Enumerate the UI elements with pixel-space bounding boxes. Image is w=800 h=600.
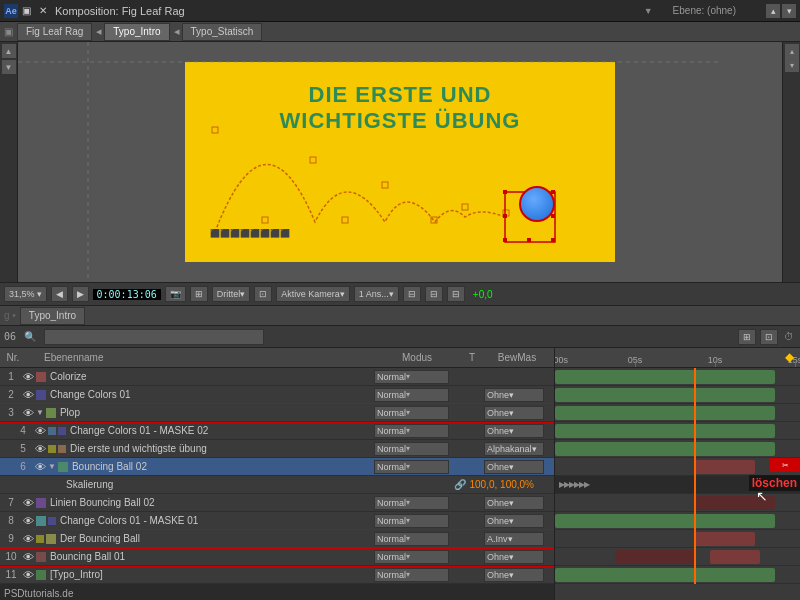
timeline-tab-typo[interactable]: Typo_Intro xyxy=(20,307,85,325)
bewmas-select-3[interactable]: Ohne ▾ xyxy=(484,406,544,420)
expand-tri-6[interactable]: ▼ xyxy=(48,462,56,471)
window-title: Komposition: Fig Leaf Rag xyxy=(55,5,644,17)
layer-nr-4: 4 xyxy=(12,425,34,436)
scroll-up-btn[interactable]: ▴ xyxy=(766,4,780,18)
breadcrumb-arrow2: ◂ xyxy=(174,25,180,38)
next-frame-btn[interactable]: ▶ xyxy=(72,286,89,302)
bewmas-select-10[interactable]: Ohne ▾ xyxy=(484,550,544,564)
tool-btn-1[interactable]: ▲ xyxy=(2,44,16,58)
layer-row[interactable]: 5 👁 Die erste und wichtigste übung Norma… xyxy=(0,440,554,458)
vis-icon-10[interactable]: 👁 xyxy=(22,551,34,563)
modus-select-6[interactable]: Normal ▾ xyxy=(374,460,449,474)
scroll-dn-btn[interactable]: ▾ xyxy=(782,4,796,18)
mask-btn[interactable]: ⊡ xyxy=(254,286,272,302)
track-row-4 xyxy=(555,422,800,440)
search-input[interactable] xyxy=(44,329,264,345)
modus-select-7[interactable]: Normal ▾ xyxy=(374,496,449,510)
layer-row[interactable]: 11 👁 [Typo_Intro] Normal ▾ Ohne xyxy=(0,566,554,584)
expand-tri-3[interactable]: ▼ xyxy=(36,408,44,417)
bewmas-select-11[interactable]: Ohne ▾ xyxy=(484,568,544,582)
layer-row[interactable]: 1 👁 Colorize Normal ▾ xyxy=(0,368,554,386)
bewmas-select-4[interactable]: Ohne ▾ xyxy=(484,424,544,438)
camera-icon-btn[interactable]: 📷 xyxy=(165,286,186,302)
layer-color-2 xyxy=(36,390,46,400)
layer-modus-7: Normal ▾ xyxy=(374,496,464,510)
right-btn-1[interactable]: ▴ xyxy=(785,44,799,58)
modus-select-9[interactable]: Normal ▾ xyxy=(374,532,449,546)
modus-select-3[interactable]: Normal ▾ xyxy=(374,406,449,420)
layer-nr-11: 11 xyxy=(0,569,22,580)
layer-nr-2: 2 xyxy=(0,389,22,400)
track-row-11 xyxy=(555,566,800,584)
vis-icon-9[interactable]: 👁 xyxy=(22,533,34,545)
scale-value: 100,0, 100,0% xyxy=(470,479,535,490)
bewmas-select-8[interactable]: Ohne ▾ xyxy=(484,514,544,528)
layout-btn1[interactable]: ⊟ xyxy=(403,286,421,302)
timecode: 0:00:13:06 xyxy=(93,289,161,300)
vis-icon-11[interactable]: 👁 xyxy=(22,569,34,581)
layer-bewmas-2: Ohne ▾ xyxy=(484,388,554,402)
svg-rect-9 xyxy=(503,190,507,194)
layer-name-7: Linien Bouncing Ball 02 xyxy=(48,497,374,508)
toggle-btn1[interactable]: ⊞ xyxy=(738,329,756,345)
timeline-ruler: 0:00s 05s 10s 15s ◆ xyxy=(555,348,800,368)
menu-item[interactable]: ▣ xyxy=(22,5,31,16)
views-label: 1 Ans... xyxy=(359,289,389,299)
modus-select-2[interactable]: Normal ▾ xyxy=(374,388,449,402)
track-bar-4 xyxy=(555,424,775,438)
vis-icon-3[interactable]: 👁 xyxy=(22,407,34,419)
modus-select-4[interactable]: Normal ▾ xyxy=(374,424,449,438)
bewmas-select-2[interactable]: Ohne ▾ xyxy=(484,388,544,402)
vis-icon-1[interactable]: 👁 xyxy=(22,371,34,383)
modus-select-1[interactable]: Normal ▾ xyxy=(374,370,449,384)
bewmas-select-9[interactable]: A.Inv ▾ xyxy=(484,532,544,546)
layer-row[interactable]: 6 👁 ▼ Bouncing Ball 02 Normal ▾ O xyxy=(0,458,554,476)
vis-icon-5[interactable]: 👁 xyxy=(34,443,46,455)
layer-row[interactable]: 7 👁 Linien Bouncing Ball 02 Normal ▾ Ohn… xyxy=(0,494,554,512)
menu-item2[interactable]: ✕ xyxy=(39,5,47,16)
layer-icon-8 xyxy=(48,517,56,525)
view-mode-dropdown[interactable]: Drittel ▾ xyxy=(212,286,251,302)
camera-dropdown[interactable]: Aktive Kamera ▾ xyxy=(276,286,350,302)
tab-fig-leaf-rag[interactable]: Fig Leaf Rag xyxy=(17,23,92,41)
layer-color-4 xyxy=(48,427,56,435)
layer-row[interactable]: 4 👁 Change Colors 01 - MASKE 02 Normal ▾ xyxy=(0,422,554,440)
layer-row[interactable]: 9 👁 Der Bouncing Ball Normal ▾ A xyxy=(0,530,554,548)
layer-row[interactable]: 10 👁 Bouncing Ball 01 Normal ▾ Ohne xyxy=(0,548,554,566)
vis-icon-4[interactable]: 👁 xyxy=(34,425,46,437)
layer-row[interactable]: 8 👁 Change Colors 01 - MASKE 01 Normal ▾ xyxy=(0,512,554,530)
bewmas-select-5[interactable]: Alphakanal ▾ xyxy=(484,442,544,456)
modus-select-8[interactable]: Normal ▾ xyxy=(374,514,449,528)
vis-icon-2[interactable]: 👁 xyxy=(22,389,34,401)
tab-typo-intro[interactable]: Typo_Intro xyxy=(104,23,169,41)
svg-rect-14 xyxy=(527,238,531,242)
toggle-btn2[interactable]: ⊡ xyxy=(760,329,778,345)
zoom-btn[interactable]: 31,5% ▾ xyxy=(4,286,47,302)
bewmas-select-7[interactable]: Ohne ▾ xyxy=(484,496,544,510)
modus-select-5[interactable]: Normal ▾ xyxy=(374,442,449,456)
vis-icon-8[interactable]: 👁 xyxy=(22,515,34,527)
tab-typo-statisch[interactable]: Typo_Statisch xyxy=(182,23,263,41)
vis-icon-7[interactable]: 👁 xyxy=(22,497,34,509)
layer-modus-6: Normal ▾ xyxy=(374,460,464,474)
grid-btn[interactable]: ⊞ xyxy=(190,286,208,302)
title-bar: Ae ▣ ✕ Komposition: Fig Leaf Rag ▼ Ebene… xyxy=(0,0,800,22)
dropdown-arrow[interactable]: ▼ xyxy=(644,6,653,16)
scale-row: Skalierung 🔗 100,0, 100,0% xyxy=(0,476,554,494)
tool-btn-2[interactable]: ▼ xyxy=(2,60,16,74)
modus-select-11[interactable]: Normal ▾ xyxy=(374,568,449,582)
track-bar-8 xyxy=(555,514,775,528)
vis-icon-6[interactable]: 👁 xyxy=(34,461,46,473)
layout-btn3[interactable]: ⊟ xyxy=(447,286,465,302)
views-dropdown[interactable]: 1 Ans... ▾ xyxy=(354,286,399,302)
modus-select-10[interactable]: Normal ▾ xyxy=(374,550,449,564)
layout-btn2[interactable]: ⊟ xyxy=(425,286,443,302)
layer-bewmas-3: Ohne ▾ xyxy=(484,406,554,420)
bewmas-select-6[interactable]: Ohne ▾ xyxy=(484,460,544,474)
track-bar-5 xyxy=(555,442,775,456)
layer-row[interactable]: 2 👁 Change Colors 01 Normal ▾ Ohne xyxy=(0,386,554,404)
prev-frame-btn[interactable]: ◀ xyxy=(51,286,68,302)
layer-row[interactable]: 3 👁 ▼ Plop Normal ▾ Ohne xyxy=(0,404,554,422)
layer-color-10 xyxy=(36,552,46,562)
right-btn-2[interactable]: ▾ xyxy=(785,58,799,72)
